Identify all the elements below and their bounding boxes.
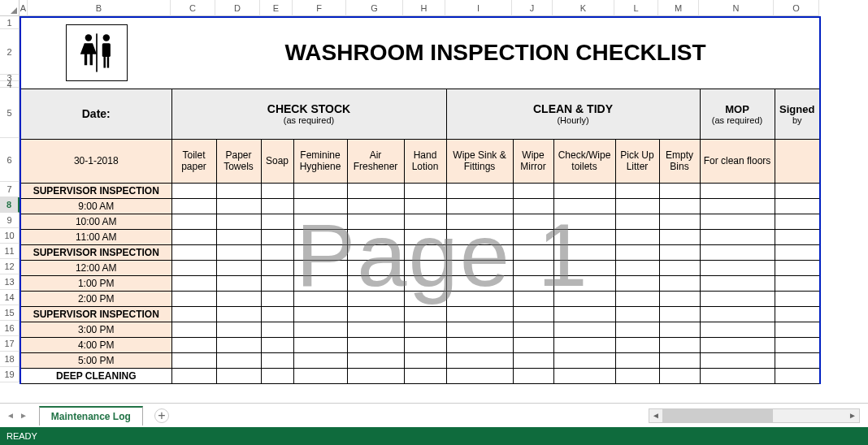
grid-cell[interactable] (216, 275, 261, 291)
grid-cell[interactable] (404, 306, 446, 322)
grid-cell[interactable] (293, 229, 347, 244)
grid-cell[interactable] (293, 275, 347, 291)
row-header-12[interactable]: 12 (0, 259, 20, 274)
grid-cell[interactable] (700, 260, 775, 275)
grid-cell[interactable] (404, 244, 446, 260)
grid-cell[interactable] (659, 291, 700, 306)
grid-cell[interactable] (446, 352, 513, 368)
grid-cell[interactable] (293, 322, 347, 337)
grid-cell[interactable] (347, 368, 404, 383)
col-header-C[interactable]: C (171, 0, 215, 16)
grid-cell[interactable] (446, 214, 513, 229)
time-cell[interactable]: 4:00 PM (20, 337, 171, 352)
grid-cell[interactable] (171, 229, 216, 244)
col-header-J[interactable]: J (512, 0, 553, 16)
grid-cell[interactable] (513, 244, 553, 260)
grid-cell[interactable] (216, 306, 261, 322)
grid-cell[interactable] (261, 352, 293, 368)
grid-cell[interactable] (615, 368, 659, 383)
row-header-19[interactable]: 19 (0, 367, 20, 382)
section-label[interactable]: SUPERVISOR INSPECTION (20, 306, 171, 322)
grid-cell[interactable] (553, 229, 615, 244)
grid-cell[interactable] (293, 244, 347, 260)
grid-cell[interactable] (261, 244, 293, 260)
grid-cell[interactable] (513, 337, 553, 352)
grid-cell[interactable] (700, 183, 775, 198)
grid-cell[interactable] (171, 352, 216, 368)
worksheet[interactable]: WASHROOM INSPECTION CHECKLIST Date: CHEC… (20, 16, 821, 384)
grid-cell[interactable] (261, 322, 293, 337)
row-header-17[interactable]: 17 (0, 336, 20, 352)
col-header-E[interactable]: E (260, 0, 293, 16)
row-header-10[interactable]: 10 (0, 228, 20, 244)
grid-cell[interactable] (171, 183, 216, 198)
grid-cell[interactable] (347, 260, 404, 275)
grid-cell[interactable] (553, 322, 615, 337)
grid-cell[interactable] (404, 291, 446, 306)
grid-cell[interactable] (615, 337, 659, 352)
grid-cell[interactable] (216, 244, 261, 260)
grid-cell[interactable] (659, 244, 700, 260)
grid-cell[interactable] (347, 198, 404, 214)
grid-cell[interactable] (404, 275, 446, 291)
grid-cell[interactable] (553, 337, 615, 352)
grid-cell[interactable] (513, 275, 553, 291)
grid-cell[interactable] (216, 322, 261, 337)
grid-cell[interactable] (446, 337, 513, 352)
grid-cell[interactable] (446, 306, 513, 322)
grid-cell[interactable] (775, 244, 820, 260)
row-header-16[interactable]: 16 (0, 321, 20, 336)
grid-cell[interactable] (553, 214, 615, 229)
grid-cell[interactable] (446, 260, 513, 275)
grid-cell[interactable] (347, 229, 404, 244)
grid-cell[interactable] (615, 306, 659, 322)
time-cell[interactable]: 12:00 AM (20, 260, 171, 275)
section-label[interactable]: SUPERVISOR INSPECTION (20, 244, 171, 260)
grid-cell[interactable] (553, 260, 615, 275)
grid-cell[interactable] (659, 260, 700, 275)
grid-cell[interactable] (775, 337, 820, 352)
grid-cell[interactable] (446, 229, 513, 244)
grid-cell[interactable] (513, 229, 553, 244)
row-header-1[interactable]: 1 (0, 16, 20, 29)
grid-cell[interactable] (404, 352, 446, 368)
grid-cell[interactable] (216, 352, 261, 368)
scroll-right-icon[interactable]: ► (846, 411, 859, 420)
grid-cell[interactable] (700, 368, 775, 383)
grid-cell[interactable] (347, 322, 404, 337)
grid-cell[interactable] (615, 183, 659, 198)
grid-cell[interactable] (261, 306, 293, 322)
grid-cell[interactable] (171, 214, 216, 229)
grid-cell[interactable] (775, 183, 820, 198)
row-header-2[interactable]: 2 (0, 29, 20, 75)
grid-cell[interactable] (513, 214, 553, 229)
row-header-6[interactable]: 6 (0, 138, 20, 182)
select-all-corner[interactable] (0, 0, 20, 16)
grid-cell[interactable] (659, 368, 700, 383)
col-header-N[interactable]: N (699, 0, 774, 16)
col-header-I[interactable]: I (445, 0, 512, 16)
grid-cell[interactable] (700, 352, 775, 368)
grid-cell[interactable] (293, 183, 347, 198)
grid-cell[interactable] (261, 183, 293, 198)
time-cell[interactable]: 3:00 PM (20, 322, 171, 337)
grid-cell[interactable] (446, 291, 513, 306)
grid-cell[interactable] (404, 260, 446, 275)
grid-cell[interactable] (171, 368, 216, 383)
grid-cell[interactable] (261, 229, 293, 244)
grid-cell[interactable] (553, 183, 615, 198)
grid-cell[interactable] (347, 214, 404, 229)
grid-cell[interactable] (216, 291, 261, 306)
grid-cell[interactable] (659, 275, 700, 291)
grid-cell[interactable] (553, 291, 615, 306)
grid-cell[interactable] (553, 275, 615, 291)
grid-cell[interactable] (347, 291, 404, 306)
grid-cell[interactable] (171, 322, 216, 337)
sheet-tab-active[interactable]: Maintenance Log (39, 406, 143, 426)
col-header-K[interactable]: K (553, 0, 614, 16)
grid-cell[interactable] (775, 214, 820, 229)
grid-cell[interactable] (293, 368, 347, 383)
grid-cell[interactable] (513, 183, 553, 198)
grid-cell[interactable] (261, 337, 293, 352)
grid-cell[interactable] (775, 229, 820, 244)
